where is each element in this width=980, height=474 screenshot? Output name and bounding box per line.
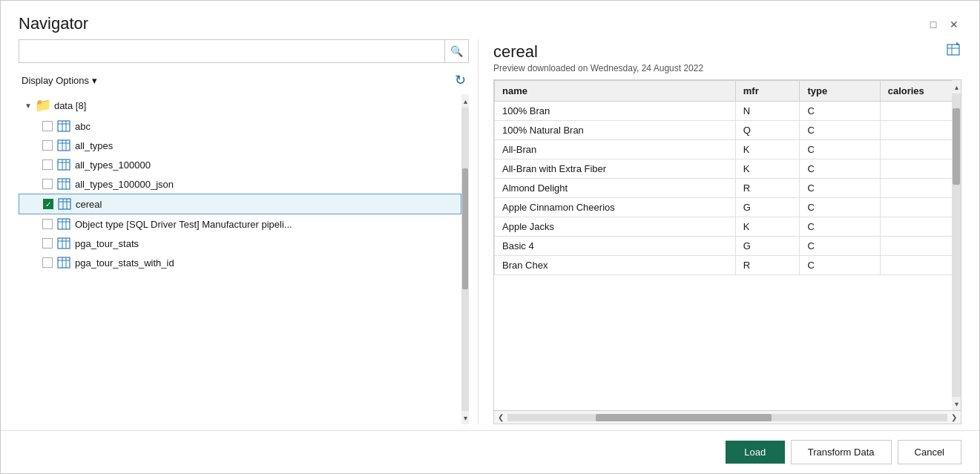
maximize-button[interactable]: □ [926,17,941,32]
preview-title-area: cereal Preview downloaded on Wednesday, … [493,42,703,73]
folder-data[interactable]: ▼ 📁 data [8] [19,94,461,116]
table-cell: C [800,179,880,198]
table-icon-cereal [58,198,71,210]
checkbox-all-types-100000[interactable] [42,159,53,170]
checkbox-pga-tour-stats[interactable] [42,238,53,248]
folder-icon: 📁 [35,97,51,113]
table-row: Basic 4GC [495,237,961,256]
svg-rect-4 [58,140,70,151]
checkbox-abc[interactable] [42,121,53,131]
table-cell [880,198,960,217]
preview-title: cereal [493,42,703,62]
tree-scroll-down-button[interactable]: ▾ [461,411,469,424]
svg-rect-32 [947,45,959,55]
content-area: 🔍 Display Options ▾ ↻ ▼ � [1,39,979,424]
table-cell: C [800,237,880,256]
table-cell: N [735,102,800,121]
table-cell: All-Bran with Extra Fiber [495,159,736,179]
search-icon: 🔍 [450,45,463,57]
table-cell [880,256,960,275]
preview-export-button[interactable] [945,42,961,62]
navigator-dialog: Navigator □ ✕ 🔍 Display Options [0,0,980,474]
close-button[interactable]: ✕ [947,17,961,32]
tree-item-cereal[interactable]: ✓ cereal [19,194,461,214]
refresh-button[interactable]: ↻ [452,70,469,90]
table-icon-all-types-100000 [57,159,70,171]
checkbox-object-type[interactable] [42,219,53,229]
table-scroll-left-button[interactable]: ❮ [494,411,507,424]
table-row: All-BranKC [495,140,961,159]
tree-item-pga-tour-stats[interactable]: pga_tour_stats [19,234,461,253]
svg-rect-0 [58,121,70,131]
table-cell [880,179,960,198]
table-cell: C [800,102,880,121]
preview-table-container: name mfr type calories 100% BranNC100% N… [493,79,961,424]
tree-scroll-thumb [462,168,468,290]
svg-rect-16 [59,199,70,209]
table-row: Apple JacksKC [495,217,961,237]
checkbox-all-types-100000-json[interactable] [42,179,53,189]
svg-rect-28 [58,257,70,268]
svg-rect-12 [58,179,70,189]
item-label-abc: abc [75,121,91,132]
table-row: Bran ChexRC [495,256,961,275]
tree-item-object-type[interactable]: Object type [SQL Driver Test] Manufactur… [19,214,461,234]
table-h-scroll-thumb [596,414,772,421]
svg-rect-8 [58,159,70,170]
table-icon-object-type [57,218,70,230]
table-cell: Apple Cinnamon Cheerios [495,198,736,217]
table-cell [880,102,960,121]
tree-item-pga-tour-stats-id[interactable]: pga_tour_stats_with_id [19,253,461,272]
table-row: 100% BranNC [495,102,961,121]
item-label-all-types: all_types [75,140,113,151]
table-cell: Basic 4 [495,237,736,256]
table-cell: Q [735,121,800,140]
checkbox-cereal[interactable]: ✓ [43,199,53,209]
table-cell: C [800,159,880,179]
svg-rect-24 [58,238,70,248]
tree-list: ▼ 📁 data [8] [19,94,461,424]
tree-item-all-types-100000[interactable]: all_types_100000 [19,155,461,174]
search-input[interactable] [19,46,444,57]
table-cell: R [735,179,800,198]
table-cell [880,121,960,140]
table-cell: 100% Bran [495,102,736,121]
svg-rect-20 [58,219,70,229]
table-scroll-right-button[interactable]: ❯ [947,411,961,424]
table-cell: C [800,121,880,140]
tree-item-all-types-100000-json[interactable]: all_types_100000_json [19,174,461,194]
checkbox-all-types[interactable] [42,140,53,151]
display-options-button[interactable]: Display Options ▾ [19,73,100,88]
table-cell [880,140,960,159]
table-cell [880,217,960,237]
tree-scroll-up-button[interactable]: ▴ [461,94,469,108]
tree-item-abc[interactable]: abc [19,116,461,136]
table-cell: 100% Natural Bran [495,121,736,140]
table-cell: C [800,198,880,217]
table-row: 100% Natural BranQC [495,121,961,140]
table-scroll-down-button[interactable]: ▾ [952,397,961,410]
item-label-cereal: cereal [76,199,102,210]
table-cell: C [800,140,880,159]
preview-header: cereal Preview downloaded on Wednesday, … [493,42,961,73]
tree-area: ▼ 📁 data [8] [19,94,469,424]
load-button[interactable]: Load [726,441,785,464]
table-v-scroll-track [952,93,961,397]
tree-item-all-types[interactable]: all_types [19,136,461,155]
transform-data-button[interactable]: Transform Data [791,440,892,464]
footer: Load Transform Data Cancel [1,430,979,473]
display-options-row: Display Options ▾ ↻ [19,70,469,90]
tree-scroll-track [461,108,469,411]
title-controls: □ ✕ [926,17,961,32]
table-scroll-up-button[interactable]: ▴ [952,80,961,93]
display-options-label: Display Options [22,75,89,86]
table-cell: G [735,237,800,256]
checkbox-pga-tour-stats-id[interactable] [42,257,53,268]
col-header-type: type [800,81,880,102]
folder-label: data [8] [54,100,86,111]
table-h-scrollbar: ❮ ❯ [494,410,961,424]
cancel-button[interactable]: Cancel [898,440,961,464]
table-cell: K [735,140,800,159]
item-label-all-types-100000: all_types_100000 [75,159,151,171]
search-button[interactable]: 🔍 [444,40,468,62]
